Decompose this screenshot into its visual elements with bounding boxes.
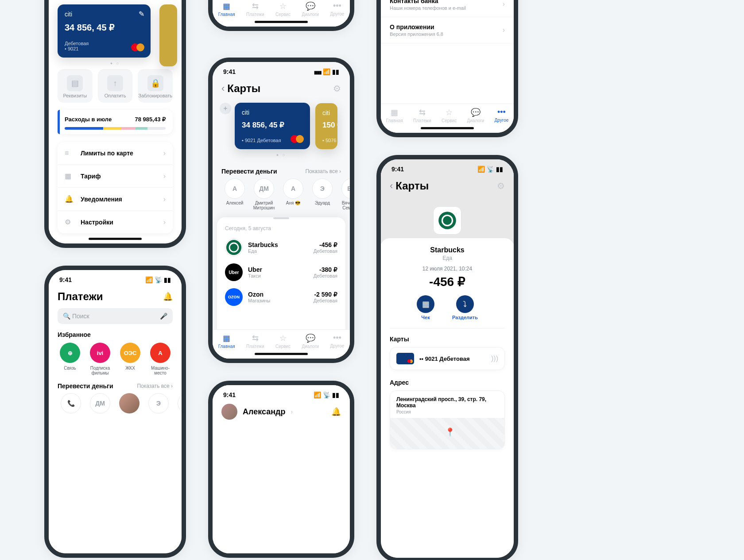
contact-item[interactable]: ДМДмитрий Митрошин xyxy=(251,178,277,210)
bank-card-primary[interactable]: ✎ citi 34 856, 45 ₽ Дебетовая • 9021 xyxy=(58,4,151,58)
tab-other[interactable]: •••Другое xyxy=(495,108,509,123)
grid-icon: ▦ xyxy=(218,1,235,11)
contacts-row: ААлексей ДМДмитрий Митрошин ААня 😎 ЭЭдуа… xyxy=(213,178,350,210)
gear-icon[interactable]: ⚙ xyxy=(497,181,505,191)
mic-icon[interactable]: 🎤 xyxy=(160,313,167,320)
chevron-right-icon: › xyxy=(503,26,505,34)
tab-other[interactable]: •••Другое xyxy=(330,333,345,349)
row-bank-contacts[interactable]: Контакты банка Наши номера телефонов и e… xyxy=(381,0,514,17)
favorite-item[interactable]: ⊕Связь xyxy=(58,343,82,375)
bank-card-secondary[interactable] xyxy=(159,4,177,66)
transfer-icon: ⇆ xyxy=(246,1,264,11)
phone-card-detail: ✎ citi 34 856, 45 ₽ Дебетовая • 9021 ● ○… xyxy=(44,0,186,248)
payment-card-tile[interactable]: •• 9021 Дебетовая ))) xyxy=(390,347,505,370)
phone-cards-main: 9:41 📶▮▮ ‹ Карты ⚙ + citi 34 856, 45 ₽ •… xyxy=(208,58,354,363)
status-time: 9:41 xyxy=(223,68,236,75)
bell-icon[interactable]: 🔔 xyxy=(163,292,173,301)
search-input[interactable]: 🔍 Поиск 🎤 xyxy=(58,308,173,324)
bell-icon[interactable]: 🔔 xyxy=(331,407,341,417)
tab-home[interactable]: ▦Главная xyxy=(218,1,235,17)
tab-dialogs[interactable]: 💬Диалоги xyxy=(467,108,484,123)
map-pin-icon: 📍 xyxy=(445,427,455,437)
spending-summary[interactable]: Расходы в июле 78 985,43 ₽ xyxy=(58,110,173,134)
tx-row[interactable]: Uber UberТакси -380 ₽Дебетовая xyxy=(217,260,345,285)
tab-payments[interactable]: ⇆Платежи xyxy=(246,333,264,349)
page-title: Карты xyxy=(227,82,260,95)
action-pay[interactable]: ↑ Оплатить xyxy=(98,69,133,103)
tx-datetime: 12 июля 2021, 10:24 xyxy=(381,266,514,272)
phone-transaction-detail: 9:41 📶📡▮▮ ‹ Карты ⚙ Starbucks Еда 12 июл… xyxy=(376,155,518,560)
transactions-sheet: Сегодня, 5 августа StarbucksЕда -456 ₽Де… xyxy=(217,217,345,336)
contact-item[interactable]: ЭЭдуард xyxy=(309,178,336,210)
gear-icon[interactable]: ⚙ xyxy=(333,83,341,94)
back-button[interactable]: ‹ xyxy=(221,83,225,94)
user-name: Александр xyxy=(243,407,286,417)
menu-notifications[interactable]: 🔔 Уведомления › xyxy=(58,188,173,211)
action-split[interactable]: ⤵ Разделить xyxy=(452,295,478,320)
tab-service[interactable]: ☆Сервис xyxy=(275,333,291,349)
tab-home[interactable]: ▦Главная xyxy=(218,333,235,349)
tab-dialogs[interactable]: 💬Диалоги xyxy=(302,333,319,349)
status-bar: 9:41 📶📡▮▮ xyxy=(49,270,182,287)
favorite-item[interactable]: ОЭСЖКХ xyxy=(118,343,143,375)
upload-icon: ↑ xyxy=(107,75,123,91)
contact-item[interactable]: ВС xyxy=(174,393,182,415)
cards-section-title: Карты xyxy=(381,328,514,347)
contact-item[interactable]: ААлексей xyxy=(221,178,248,210)
transfer-icon: ⇆ xyxy=(413,108,431,117)
receipt-icon: ▦ xyxy=(417,295,434,313)
show-all-link[interactable]: Показать все › xyxy=(137,383,173,389)
contact-phone[interactable]: 📞 xyxy=(58,393,84,415)
tab-home[interactable]: ▦Главная xyxy=(386,108,403,123)
user-avatar[interactable] xyxy=(221,404,237,420)
more-icon: ••• xyxy=(495,108,509,117)
tab-payments[interactable]: ⇆Платежи xyxy=(246,1,264,17)
sheet-handle[interactable] xyxy=(273,217,289,219)
tab-service[interactable]: ☆Сервис xyxy=(442,108,457,123)
action-requisites[interactable]: ▤ Реквизиты xyxy=(58,69,93,103)
address-line: Ленинградский просп., 39, стр. 79, Москв… xyxy=(390,391,504,409)
action-block[interactable]: 🔒 Заблокировать xyxy=(138,69,173,103)
favorite-item[interactable]: АМашино-место xyxy=(148,343,173,375)
chevron-right-icon: › xyxy=(163,172,166,180)
bank-card[interactable]: citi 34 856, 45 ₽ • 9021 Дебетовая xyxy=(235,103,310,149)
status-bar: 9:41 📶📡▮▮ xyxy=(213,385,350,402)
contact-item[interactable]: Э xyxy=(145,393,172,415)
chevron-right-icon: › xyxy=(503,0,505,8)
merchant-category: Еда xyxy=(381,255,514,261)
ozon-icon: OZON xyxy=(225,288,243,306)
tab-dialogs[interactable]: 💬Диалоги xyxy=(302,1,319,17)
menu-tariff[interactable]: ▦ Тариф › xyxy=(58,165,173,188)
contact-item[interactable]: ААня 😎 xyxy=(280,178,306,210)
contact-item[interactable]: ВСВячеслав Семёнов xyxy=(338,178,350,210)
grid-icon: ▦ xyxy=(218,333,235,343)
tab-other[interactable]: •••Другое xyxy=(330,1,345,17)
address-map-tile[interactable]: Ленинградский просп., 39, стр. 79, Москв… xyxy=(390,390,505,449)
map-preview: 📍 xyxy=(390,418,504,449)
gear-icon: ⚙ xyxy=(65,218,74,226)
bank-card[interactable]: citi 150 0 • 5076 К xyxy=(315,103,337,149)
home-indicator xyxy=(89,238,142,240)
action-receipt[interactable]: ▦ Чек xyxy=(417,295,434,320)
menu-settings[interactable]: ⚙ Настройки › xyxy=(58,211,173,233)
tab-payments[interactable]: ⇆Платежи xyxy=(413,108,431,123)
chevron-right-icon: › xyxy=(163,195,166,203)
contact-item[interactable] xyxy=(116,393,143,415)
show-all-link[interactable]: Показать все › xyxy=(305,168,341,174)
add-card-button[interactable]: + xyxy=(220,103,231,114)
more-icon: ••• xyxy=(330,333,345,343)
tx-row[interactable]: StarbucksЕда -456 ₽Дебетовая xyxy=(217,235,345,260)
favorite-item[interactable]: iviПодписка фильмы xyxy=(88,343,112,375)
merchant-name: Starbucks xyxy=(381,246,514,254)
tx-row[interactable]: OZON OzonМагазины -2 590 ₽Дебетовая xyxy=(217,285,345,309)
back-button[interactable]: ‹ xyxy=(390,180,393,192)
row-about-app[interactable]: О приложении Версия приложения 6.8 › xyxy=(381,17,514,43)
tab-service[interactable]: ☆Сервис xyxy=(275,1,291,17)
menu-limits[interactable]: ≡ Лимиты по карте › xyxy=(58,142,173,165)
star-icon: ☆ xyxy=(275,333,291,343)
contact-item[interactable]: ДМ xyxy=(87,393,113,415)
receipt-icon: ▦ xyxy=(65,172,74,180)
wifi-icon: 📡 xyxy=(487,166,494,173)
svg-point-5 xyxy=(443,216,452,225)
svg-point-2 xyxy=(230,243,237,251)
